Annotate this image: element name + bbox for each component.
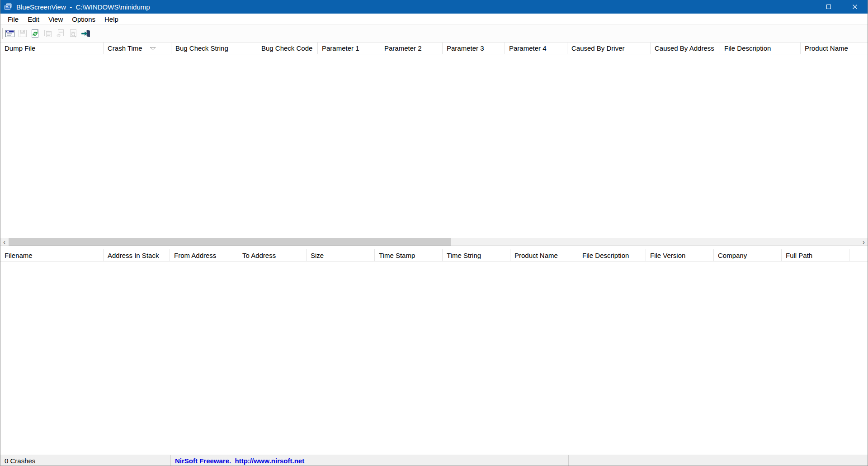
- column-header-to-address[interactable]: To Address: [238, 249, 307, 261]
- column-header-label: Address In Stack: [108, 252, 159, 259]
- column-header-label: File Description: [724, 44, 771, 52]
- column-header-product-name[interactable]: Product Name: [801, 43, 868, 54]
- bluescreenview-app-icon: [4, 3, 12, 11]
- upper-pane-crash-list: Dump FileCrash TimeBug Check StringBug C…: [0, 42, 868, 246]
- column-header-label: Bug Check String: [175, 44, 228, 52]
- column-header-bug-check-code[interactable]: Bug Check Code: [257, 43, 318, 54]
- column-header-label: Caused By Address: [655, 44, 714, 52]
- column-header-label: Company: [718, 252, 747, 259]
- upper-horizontal-scrollbar: ‹ ›: [0, 238, 868, 246]
- scrollbar-thumb[interactable]: [9, 238, 451, 246]
- close-button[interactable]: [842, 0, 868, 14]
- column-header-caused-by-driver[interactable]: Caused By Driver: [567, 43, 651, 54]
- column-header-address-in-stack[interactable]: Address In Stack: [104, 249, 170, 261]
- caption-buttons: [789, 0, 868, 14]
- column-header-crash-time[interactable]: Crash Time: [104, 43, 171, 54]
- column-header-time-string[interactable]: Time String: [443, 249, 510, 261]
- column-header-label: To Address: [242, 252, 276, 259]
- column-header-filename[interactable]: Filename: [0, 249, 104, 261]
- bluescreenview-window: BlueScreenView - C:\WINDOWS\minidump Fil…: [0, 0, 868, 466]
- save-button[interactable]: [17, 28, 28, 39]
- column-header-dump-file[interactable]: Dump File: [0, 43, 104, 54]
- sort-indicator-icon: [150, 47, 156, 51]
- item-properties-button[interactable]: [55, 28, 66, 39]
- find-button[interactable]: [67, 28, 79, 39]
- column-header-caused-by-address[interactable]: Caused By Address: [651, 43, 720, 54]
- refresh-button[interactable]: [29, 28, 41, 39]
- toolbar-separator: [2, 28, 3, 39]
- column-header-label: Parameter 2: [384, 44, 422, 52]
- copy-icon: [43, 29, 53, 38]
- save-icon: [18, 29, 28, 38]
- column-header-label: Parameter 4: [509, 44, 547, 52]
- column-header-label: Caused By Driver: [571, 44, 625, 52]
- column-header-label: From Address: [174, 252, 216, 259]
- maximize-icon: [826, 4, 831, 10]
- column-header-company[interactable]: Company: [714, 249, 782, 261]
- nirsoft-status-panel: NirSoft Freeware. http://www.nirsoft.net: [171, 455, 569, 466]
- column-header-label: File Version: [650, 252, 685, 259]
- column-header-label: Full Path: [786, 252, 812, 259]
- minimize-icon: [800, 4, 805, 10]
- column-header-label: Dump File: [5, 44, 35, 52]
- column-header-label: Parameter 3: [447, 44, 484, 52]
- copy-button[interactable]: [42, 28, 54, 39]
- upper-column-headers: Dump FileCrash TimeBug Check StringBug C…: [0, 43, 868, 54]
- column-header-label: Time String: [447, 252, 481, 259]
- column-header-from-address[interactable]: From Address: [170, 249, 238, 261]
- scroll-left-arrow-icon[interactable]: ‹: [0, 238, 8, 246]
- column-header-file-version[interactable]: File Version: [646, 249, 714, 261]
- window-title: BlueScreenView - C:\WINDOWS\minidump: [16, 3, 150, 11]
- column-header-parameter-3[interactable]: Parameter 3: [443, 43, 505, 54]
- column-header-label: Product Name: [514, 252, 558, 259]
- crash-count-status: 0 Crashes: [0, 455, 171, 466]
- menu-options[interactable]: Options: [67, 14, 100, 24]
- column-header-parameter-1[interactable]: Parameter 1: [318, 43, 380, 54]
- menu-edit[interactable]: Edit: [23, 14, 44, 24]
- lower-pane-body[interactable]: [0, 262, 868, 455]
- close-icon: [852, 4, 858, 10]
- minimize-button[interactable]: [789, 0, 816, 14]
- column-header-label: Bug Check Code: [261, 44, 312, 52]
- column-header-file-description[interactable]: File Description: [720, 43, 801, 54]
- column-header-label: Crash Time: [108, 44, 142, 52]
- maximize-button[interactable]: [816, 0, 842, 14]
- menu-bar: FileEditViewOptionsHelp: [0, 14, 868, 25]
- column-header-label: Time Stamp: [379, 252, 415, 259]
- column-header-full-path[interactable]: Full Path: [782, 249, 849, 261]
- title-bar[interactable]: BlueScreenView - C:\WINDOWS\minidump: [0, 0, 868, 14]
- freeware-label: NirSoft Freeware.: [175, 457, 235, 465]
- column-header-parameter-4[interactable]: Parameter 4: [505, 43, 567, 54]
- menu-view[interactable]: View: [44, 14, 67, 24]
- scrollbar-track[interactable]: [8, 238, 860, 246]
- toolbar: [0, 25, 868, 42]
- find-icon: [68, 29, 78, 38]
- menu-help[interactable]: Help: [100, 14, 123, 24]
- lower-column-headers: FilenameAddress In StackFrom AddressTo A…: [0, 249, 868, 262]
- column-header-label: File Description: [582, 252, 629, 259]
- column-header-file-description[interactable]: File Description: [578, 249, 646, 261]
- column-header-label: Filename: [5, 252, 33, 259]
- column-header-parameter-2[interactable]: Parameter 2: [380, 43, 443, 54]
- nirsoft-url-link[interactable]: http://www.nirsoft.net: [235, 457, 305, 465]
- exit-button[interactable]: [80, 28, 92, 39]
- column-header-size[interactable]: Size: [307, 249, 375, 261]
- column-header-label: Size: [311, 252, 324, 259]
- column-header-label: Product Name: [805, 44, 848, 52]
- column-header-label: Parameter 1: [322, 44, 359, 52]
- refresh-icon: [30, 29, 40, 38]
- column-header-product-name[interactable]: Product Name: [510, 249, 578, 261]
- lower-pane-module-list: FilenameAddress In StackFrom AddressTo A…: [0, 249, 868, 455]
- column-header-bug-check-string[interactable]: Bug Check String: [171, 43, 257, 54]
- report-window-icon: [5, 29, 15, 38]
- status-panel-empty: [569, 455, 868, 466]
- exit-door-icon: [81, 29, 91, 38]
- properties-button[interactable]: [4, 28, 16, 39]
- menu-file[interactable]: File: [3, 14, 23, 24]
- status-bar: 0 Crashes NirSoft Freeware. http://www.n…: [0, 455, 868, 466]
- column-header-time-stamp[interactable]: Time Stamp: [375, 249, 443, 261]
- upper-pane-body[interactable]: [0, 54, 868, 238]
- hand-page-icon: [56, 29, 66, 38]
- scroll-right-arrow-icon[interactable]: ›: [860, 238, 868, 246]
